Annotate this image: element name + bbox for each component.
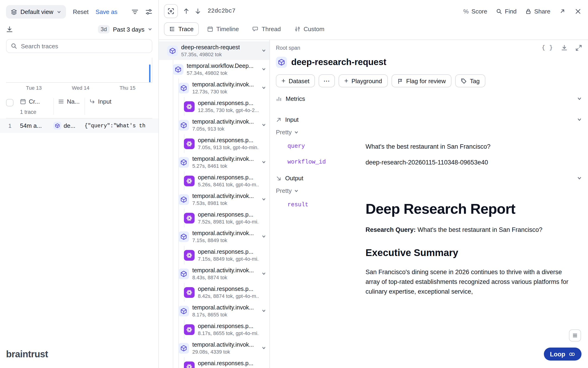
chevron-down-icon[interactable] bbox=[262, 309, 266, 313]
tree-guide-line bbox=[172, 190, 173, 209]
filter-icon[interactable] bbox=[131, 8, 138, 15]
tab-trace[interactable]: Trace bbox=[164, 22, 199, 36]
date-range-selector[interactable]: 3d Past 3 days bbox=[98, 25, 152, 33]
span-name: openai.responses.p... bbox=[198, 174, 259, 181]
temporal-icon bbox=[173, 64, 183, 74]
chevron-down-icon[interactable] bbox=[262, 85, 266, 90]
chevron-down-icon[interactable] bbox=[262, 123, 266, 127]
tab-custom[interactable]: Custom bbox=[289, 22, 330, 36]
share-button[interactable]: Share bbox=[525, 8, 550, 15]
span-meta: 7.15s, 8849 tok bbox=[192, 237, 254, 243]
chevron-down-icon[interactable] bbox=[262, 197, 266, 202]
span-row[interactable]: temporal.activity.invok...8.17s, 8655 to… bbox=[159, 302, 269, 320]
reset-button[interactable]: Reset bbox=[73, 8, 89, 15]
expand-icon[interactable] bbox=[575, 45, 582, 51]
flag-for-review-button[interactable]: Flag for review bbox=[391, 74, 452, 87]
openai-icon bbox=[184, 212, 195, 223]
tab-thread[interactable]: Thread bbox=[247, 22, 286, 36]
column-input[interactable]: Input bbox=[84, 98, 152, 115]
tree-guide-line bbox=[172, 302, 173, 320]
focus-span-button[interactable] bbox=[164, 4, 178, 18]
span-row[interactable]: openai.responses.p...5.26s, 8461 tok, gp… bbox=[159, 171, 269, 190]
span-row[interactable]: openai.responses.p...7.05s, 913 tok, gpt… bbox=[159, 134, 269, 153]
sidebar-toolbar: Default view Reset Save as bbox=[6, 5, 152, 18]
timeline-icon bbox=[207, 26, 213, 32]
chevron-down-icon bbox=[57, 9, 61, 14]
span-meta: 29.08s, 4339 tok bbox=[192, 349, 254, 355]
span-row[interactable]: openai.responses.p...7.52s, 8981 tok, gp… bbox=[159, 209, 269, 227]
span-row[interactable]: openai.responses.p...7.15s, 8849 tok, gp… bbox=[159, 246, 269, 264]
chevron-down-icon[interactable] bbox=[262, 160, 266, 165]
download-span-icon[interactable] bbox=[561, 45, 568, 51]
view-selector[interactable]: Default view bbox=[6, 5, 66, 18]
select-all-checkbox[interactable] bbox=[6, 99, 13, 106]
span-row[interactable]: temporal.activity.invok...7.53s, 8981 to… bbox=[159, 190, 269, 209]
span-row[interactable]: temporal.activity.invok...5.27s, 8461 to… bbox=[159, 153, 269, 171]
chevron-down-icon bbox=[148, 27, 152, 32]
more-actions-button[interactable]: ⋯ bbox=[319, 74, 335, 87]
chevron-down-icon[interactable] bbox=[262, 48, 266, 53]
openai-icon bbox=[184, 175, 195, 186]
span-row[interactable]: openai.responses.p...12.35s, 730 tok, gp… bbox=[159, 97, 269, 116]
plus-icon: + bbox=[281, 78, 285, 84]
loop-icon bbox=[569, 350, 575, 358]
input-header[interactable]: Input bbox=[276, 116, 582, 123]
span-row[interactable]: temporal.activity.invok...12.73s, 730 to… bbox=[159, 79, 269, 97]
search-icon bbox=[11, 43, 17, 49]
report-section-heading: Executive Summary bbox=[366, 246, 572, 260]
download-icon[interactable] bbox=[6, 26, 13, 33]
tree-guide-line bbox=[172, 320, 173, 339]
quick-menu-button[interactable] bbox=[569, 330, 581, 341]
output-header[interactable]: Output bbox=[276, 175, 582, 182]
trace-header: 22dc2bc7 % Score Find Share bbox=[159, 0, 588, 40]
score-button[interactable]: % Score bbox=[463, 8, 487, 15]
tree-guide-line bbox=[172, 134, 173, 153]
find-button[interactable]: Find bbox=[496, 8, 517, 15]
tree-guide-line bbox=[178, 283, 179, 302]
column-created[interactable]: Cr... 1 trace bbox=[20, 98, 54, 115]
add-to-dataset-button[interactable]: + Dataset bbox=[276, 74, 315, 87]
span-row[interactable]: temporal.activity.invok...7.15s, 8849 to… bbox=[159, 227, 269, 246]
prev-span-button[interactable] bbox=[183, 8, 190, 14]
open-external-icon[interactable] bbox=[559, 8, 566, 14]
span-name: temporal.activity.invok... bbox=[192, 192, 254, 200]
loop-button[interactable]: Loop bbox=[544, 348, 581, 360]
trace-row[interactable]: 1 54m a... de... {"query":"What's th bbox=[0, 119, 158, 133]
json-view-icon[interactable]: { } bbox=[542, 45, 553, 51]
close-icon[interactable] bbox=[575, 8, 581, 15]
output-format-selector[interactable]: Pretty bbox=[276, 187, 299, 194]
traces-histogram[interactable] bbox=[6, 58, 152, 83]
chevron-down-icon[interactable] bbox=[262, 234, 266, 239]
span-row[interactable]: deep-research-request57.35s, 49802 tok bbox=[159, 41, 269, 60]
search-input[interactable]: Search traces bbox=[6, 39, 152, 53]
open-playground-button[interactable]: + Playground bbox=[339, 74, 388, 87]
save-as-button[interactable]: Save as bbox=[96, 8, 118, 15]
tag-button[interactable]: Tag bbox=[455, 74, 485, 87]
app-root: Default view Reset Save as 3d Past 3 day… bbox=[0, 0, 588, 368]
input-format-selector[interactable]: Pretty bbox=[276, 129, 299, 136]
chevron-down-icon[interactable] bbox=[262, 271, 266, 276]
span-row[interactable]: temporal.workflow.Deep...57.34s, 49802 t… bbox=[159, 60, 269, 79]
span-row[interactable]: openai.responses.p...28.97s, 4339 tok, g… bbox=[159, 357, 269, 368]
next-span-button[interactable] bbox=[195, 8, 201, 14]
span-row[interactable]: temporal.activity.invok...8.43s, 8874 to… bbox=[159, 264, 269, 283]
view-options-icon[interactable] bbox=[145, 8, 152, 15]
span-name: temporal.activity.invok... bbox=[192, 304, 254, 311]
span-row[interactable]: temporal.activity.invok...29.08s, 4339 t… bbox=[159, 339, 269, 357]
chevron-down-icon[interactable] bbox=[262, 346, 266, 350]
tree-guide-line bbox=[172, 227, 173, 246]
span-row[interactable]: openai.responses.p...8.17s, 8655 tok, gp… bbox=[159, 320, 269, 339]
sliders-icon bbox=[294, 26, 300, 32]
openai-icon bbox=[184, 287, 195, 298]
span-row[interactable]: openai.responses.p...8.42s, 8874 tok, gp… bbox=[159, 283, 269, 302]
openai-icon bbox=[184, 361, 195, 368]
metrics-header[interactable]: Metrics bbox=[276, 95, 582, 102]
span-name: openai.responses.p... bbox=[198, 360, 257, 367]
tab-timeline[interactable]: Timeline bbox=[202, 22, 244, 36]
input-section: Input Pretty query What's the best resta… bbox=[276, 116, 582, 167]
column-name[interactable]: Na... bbox=[54, 98, 84, 115]
span-row[interactable]: temporal.activity.invok...7.05s, 913 tok bbox=[159, 116, 269, 134]
chevron-down-icon[interactable] bbox=[262, 67, 266, 72]
span-meta: 12.73s, 730 tok bbox=[192, 88, 254, 95]
sidebar: Default view Reset Save as 3d Past 3 day… bbox=[0, 0, 159, 368]
